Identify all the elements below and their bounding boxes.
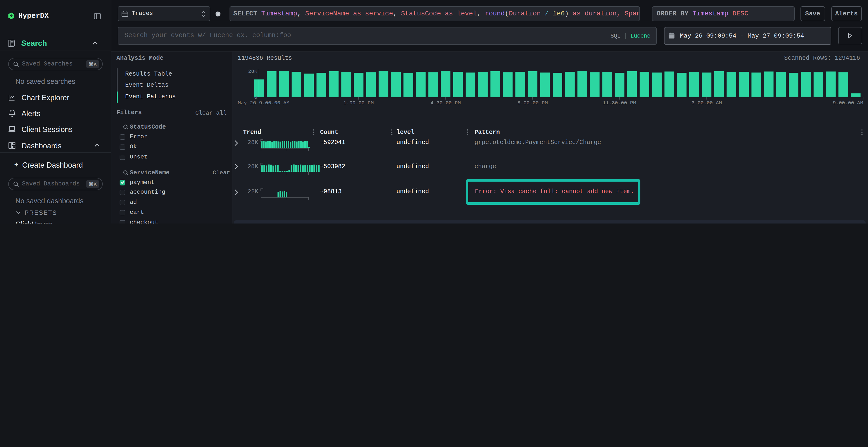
svg-text:4:30:00 PM: 4:30:00 PM xyxy=(430,100,461,106)
svg-text:11:30:00 PM: 11:30:00 PM xyxy=(602,100,636,106)
svg-text:1:00:00 PM: 1:00:00 PM xyxy=(343,100,373,106)
svg-text:28K: 28K xyxy=(248,69,257,74)
svg-text:9:00:00 AM: 9:00:00 AM xyxy=(833,100,863,106)
svg-text:May 26 9:00:00 AM: May 26 9:00:00 AM xyxy=(238,100,289,106)
svg-text:3:00:00 AM: 3:00:00 AM xyxy=(691,100,722,106)
svg-text:0: 0 xyxy=(254,95,257,100)
svg-text:8:00:00 PM: 8:00:00 PM xyxy=(517,100,548,106)
